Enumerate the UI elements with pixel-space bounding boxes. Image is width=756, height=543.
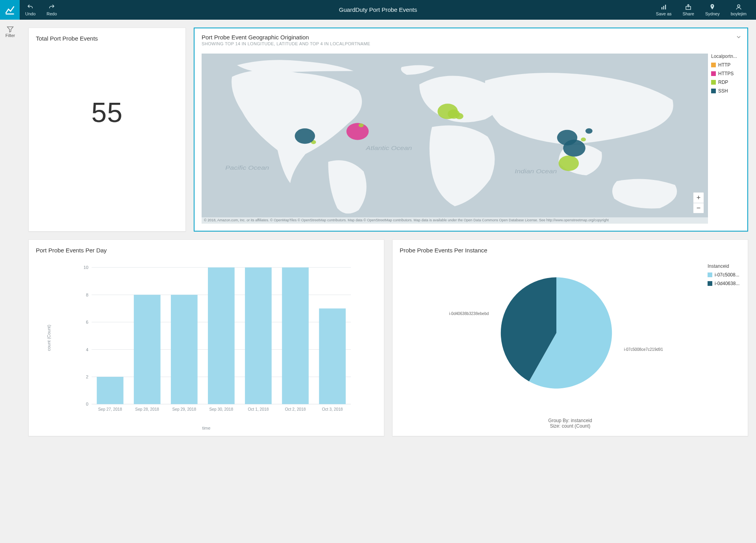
filter-label: Filter: [6, 33, 15, 38]
pie-slice-label: i-07c5008ce7c219d91: [624, 347, 663, 352]
pie-caption-1: Group By: instanceid: [393, 418, 748, 423]
map-attribution: © 2018, Amazon.com, Inc. or its affiliat…: [202, 217, 708, 224]
svg-text:Sep 28, 2018: Sep 28, 2018: [135, 407, 159, 411]
card-total-title: Total Port Probe Events: [36, 35, 178, 42]
map-legend-item[interactable]: SSH: [711, 88, 743, 94]
svg-text:8: 8: [86, 293, 88, 297]
total-value: 55: [36, 97, 178, 128]
user-icon: [735, 4, 742, 11]
bar[interactable]: [319, 308, 346, 404]
map-subtitle: SHOWING TOP 14 IN LONGITUDE, LATITUDE AN…: [202, 41, 740, 46]
bar[interactable]: [245, 267, 272, 404]
map-legend-title: Localportn...: [711, 54, 743, 59]
bar-title: Port Probe Events Per Day: [36, 247, 377, 254]
svg-text:Oct 3, 2018: Oct 3, 2018: [322, 407, 343, 411]
redo-button[interactable]: Redo: [41, 0, 62, 20]
map-bubble[interactable]: [346, 123, 369, 140]
filter-icon: [6, 25, 14, 33]
pie-legend-item[interactable]: i-07c5008...: [708, 272, 742, 278]
map-bubble[interactable]: [563, 140, 586, 157]
map-bubble[interactable]: [559, 156, 579, 171]
filter-button[interactable]: Filter: [6, 25, 15, 38]
map-expand-button[interactable]: [736, 34, 742, 41]
world-map[interactable]: Pacific Ocean Atlantic Ocean Indian Ocea…: [202, 54, 708, 224]
pie-legend-item[interactable]: i-0d40638...: [708, 281, 742, 286]
share-icon: [685, 4, 692, 11]
svg-text:Sep 29, 2018: Sep 29, 2018: [172, 407, 196, 411]
undo-button[interactable]: Undo: [20, 0, 41, 20]
svg-point-6: [737, 5, 740, 7]
map-bubble[interactable]: [295, 128, 315, 144]
indian-ocean-label: Indian Ocean: [515, 169, 557, 174]
svg-rect-3: [665, 5, 666, 9]
bar-chart: 0246810Sep 27, 2018Sep 28, 2018Sep 29, 2…: [52, 263, 376, 416]
card-pie: Probe Probe Events Per Instance i-07c500…: [392, 239, 748, 436]
card-bar: Port Probe Events Per Day count (Count) …: [28, 239, 384, 436]
map-legend-item[interactable]: RDP: [711, 80, 743, 85]
svg-rect-1: [662, 7, 662, 9]
card-total-port-probe: Total Port Probe Events 55: [28, 28, 186, 232]
bar-chart-icon: [660, 4, 667, 11]
bar[interactable]: [282, 267, 309, 404]
chevron-down-icon: [736, 34, 742, 40]
pie-chart: i-07c5008ce7c219d91i-0d40638b3238ebebd: [420, 261, 693, 404]
pacific-ocean-label: Pacific Ocean: [225, 165, 269, 171]
map-legend-item[interactable]: HTTP: [711, 62, 743, 68]
quicksight-icon: [4, 4, 15, 15]
zoom-out-button[interactable]: −: [693, 203, 704, 213]
svg-rect-2: [663, 6, 664, 9]
bar[interactable]: [97, 377, 124, 404]
bar[interactable]: [134, 295, 161, 404]
user-label: boylejim: [731, 11, 747, 16]
map-bubble[interactable]: [586, 128, 593, 134]
svg-text:0: 0: [86, 402, 88, 406]
pie-legend-title: Instanceid: [708, 263, 742, 269]
svg-text:Sep 27, 2018: Sep 27, 2018: [98, 407, 122, 411]
user-menu[interactable]: boylejim: [725, 0, 752, 20]
pie-legend: Instanceid i-07c5008...i-0d40638...: [708, 263, 742, 289]
save-as-button[interactable]: Save as: [650, 0, 677, 20]
region-selector[interactable]: Sydney: [700, 0, 725, 20]
card-map: Port Probe Event Geographic Origination …: [194, 28, 748, 232]
pie-caption: Group By: instanceid Size: count (Count): [393, 418, 748, 429]
svg-text:4: 4: [86, 347, 88, 352]
map-zoom-control: + −: [693, 192, 704, 213]
location-icon: [709, 4, 716, 11]
map-title: Port Probe Event Geographic Origination: [202, 34, 740, 41]
map-legend: Localportn... HTTPHTTPSRDPSSH: [711, 54, 743, 97]
bar-ylabel: count (Count): [46, 325, 51, 351]
save-as-label: Save as: [656, 11, 672, 16]
zoom-in-button[interactable]: +: [693, 193, 704, 203]
pie-title: Probe Probe Events Per Instance: [400, 247, 741, 254]
share-button[interactable]: Share: [677, 0, 700, 20]
bar[interactable]: [208, 267, 235, 404]
page-title: GuardDuty Port Probe Events: [339, 0, 417, 20]
map-bubble[interactable]: [359, 123, 364, 127]
map-legend-item[interactable]: HTTPS: [711, 71, 743, 76]
app-logo[interactable]: [0, 0, 20, 20]
dashboard-canvas: Total Port Probe Events 55 Port Probe Ev…: [20, 20, 756, 543]
svg-text:6: 6: [86, 320, 88, 324]
bar[interactable]: [171, 295, 198, 404]
undo-label: Undo: [25, 11, 35, 16]
svg-text:Oct 2, 2018: Oct 2, 2018: [285, 407, 306, 411]
map-bubble[interactable]: [455, 113, 463, 119]
svg-text:10: 10: [83, 265, 88, 270]
pie-caption-2: Size: count (Count): [393, 423, 748, 429]
share-label: Share: [683, 11, 694, 16]
redo-label: Redo: [46, 11, 57, 16]
left-sidebar: Filter: [0, 20, 20, 543]
svg-text:Sep 30, 2018: Sep 30, 2018: [209, 407, 233, 411]
map-bubble[interactable]: [581, 137, 586, 141]
svg-text:2: 2: [86, 374, 88, 379]
top-toolbar: Undo Redo GuardDuty Port Probe Events Sa…: [0, 0, 756, 20]
region-label: Sydney: [705, 11, 720, 16]
pie-slice-label: i-0d40638b3238ebebd: [449, 311, 489, 316]
svg-point-5: [712, 5, 713, 6]
svg-text:Oct 1, 2018: Oct 1, 2018: [248, 407, 269, 411]
undo-icon: [27, 4, 34, 11]
atlantic-ocean-label: Atlantic Ocean: [365, 145, 412, 151]
bar-xlabel: time: [29, 426, 384, 430]
redo-icon: [48, 4, 55, 11]
